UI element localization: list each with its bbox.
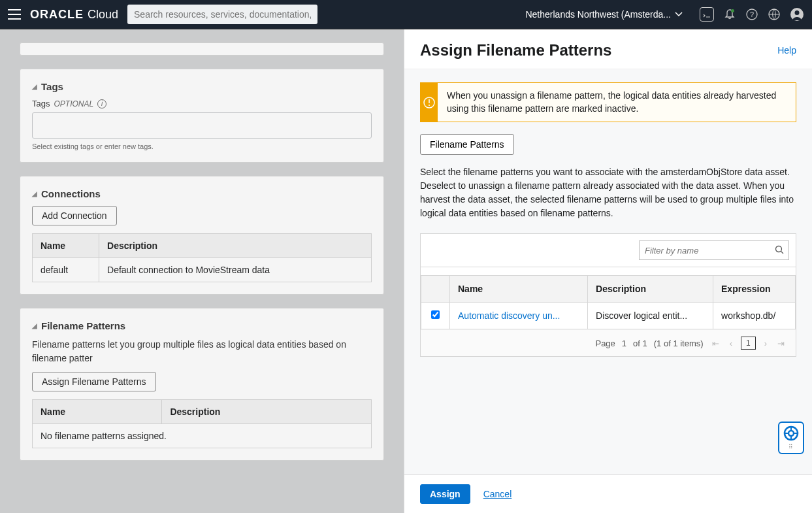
pager-first-button[interactable]: ⇤: [710, 339, 721, 348]
logo-bold: ORACLE: [30, 8, 84, 22]
main-content-dimmed: ◢Tags Tags OPTIONAL i Select existing ta…: [0, 29, 404, 513]
col-description: Description: [588, 276, 713, 303]
logo-light: Cloud: [88, 8, 118, 22]
page-items: (1 of 1 items): [654, 339, 704, 348]
connections-title: Connections: [41, 188, 101, 199]
panel-title: Assign Filename Patterns: [420, 41, 611, 59]
svg-point-9: [776, 246, 782, 252]
region-label: Netherlands Northwest (Amsterda...: [525, 9, 671, 20]
patterns-title: Filename Patterns: [41, 320, 125, 331]
svg-point-0: [731, 9, 734, 12]
page-current: 1: [622, 339, 626, 348]
collapse-icon[interactable]: ◢: [32, 83, 37, 90]
region-selector[interactable]: Netherlands Northwest (Amsterda...: [525, 9, 683, 20]
profile-icon[interactable]: [790, 7, 804, 22]
dev-tools-icon[interactable]: [700, 7, 714, 22]
assign-filename-patterns-panel: Assign Filename Patterns Help When you u…: [404, 29, 812, 513]
patterns-list-container: Name Description Expression Automatic di…: [420, 233, 796, 357]
col-description: Description: [99, 234, 372, 258]
svg-point-8: [429, 105, 430, 106]
pager-current-page: 1: [741, 337, 756, 350]
pagination-bar: Page 1 of 1 (1 of 1 items) ⇤ ‹ 1 › ⇥: [421, 329, 796, 356]
panel-description: Select the filename patterns you want to…: [420, 165, 796, 220]
filename-patterns-section: ◢Filename Patterns Filename patterns let…: [20, 308, 384, 461]
tags-title: Tags: [41, 81, 63, 92]
pager-last-button[interactable]: ⇥: [775, 339, 787, 348]
drag-dots-icon: ⠿: [788, 444, 794, 450]
page-of: of 1: [633, 339, 647, 348]
col-expression: Expression: [713, 276, 796, 303]
lifebuoy-icon: [783, 425, 799, 441]
assign-button[interactable]: Assign: [420, 484, 470, 504]
col-name: Name: [33, 234, 99, 258]
globe-icon[interactable]: [768, 8, 781, 21]
svg-text:?: ?: [750, 10, 754, 18]
pattern-name-link[interactable]: Automatic discovery un...: [458, 310, 560, 321]
chevron-down-icon: [675, 12, 683, 17]
top-actions: ?: [700, 7, 804, 22]
floating-help-button[interactable]: ⠿: [778, 422, 804, 454]
assign-filename-patterns-button[interactable]: Assign Filename Patterns: [32, 372, 156, 391]
col-name: Name: [450, 276, 588, 303]
menu-icon[interactable]: [8, 9, 21, 20]
help-link[interactable]: Help: [777, 45, 796, 56]
optional-label: OPTIONAL: [54, 99, 93, 108]
filename-patterns-button[interactable]: Filename Patterns: [420, 134, 514, 155]
connections-table: Name Description default Default connect…: [32, 233, 372, 282]
add-connection-button[interactable]: Add Connection: [32, 206, 117, 225]
notifications-icon[interactable]: [723, 8, 736, 21]
col-description: Description: [162, 400, 372, 424]
filter-by-name-input[interactable]: [639, 240, 789, 260]
alert-text: When you unassign a filename pattern, th…: [438, 83, 796, 122]
table-row: Automatic discovery un... Discover logic…: [421, 303, 796, 329]
col-name: Name: [33, 400, 162, 424]
global-search-input[interactable]: [127, 5, 317, 24]
table-row: default Default connection to MovieStrea…: [33, 258, 372, 282]
connections-section: ◢Connections Add Connection Name Descrip…: [20, 176, 384, 295]
search-wrapper: [127, 5, 317, 24]
tags-label: Tags: [32, 99, 50, 108]
cell-description: Default connection to MovieStream data: [99, 258, 372, 282]
tags-hint: Select existing tags or enter new tags.: [32, 142, 372, 150]
page-label: Page: [595, 339, 615, 348]
tags-section: ◢Tags Tags OPTIONAL i Select existing ta…: [20, 69, 384, 163]
svg-point-5: [795, 10, 800, 15]
pager-prev-button[interactable]: ‹: [728, 339, 734, 348]
patterns-selection-table: Name Description Expression Automatic di…: [421, 275, 796, 329]
tags-input[interactable]: [32, 112, 372, 139]
pattern-checkbox[interactable]: [431, 310, 440, 319]
pattern-expression: workshop.db/: [713, 303, 796, 329]
table-row: No filename patterns assigned.: [33, 424, 372, 448]
empty-message: No filename patterns assigned.: [33, 424, 372, 448]
collapse-icon[interactable]: ◢: [32, 190, 37, 197]
top-navigation-bar: ORACLE Cloud Netherlands Northwest (Amst…: [0, 0, 812, 29]
patterns-description: Filename patterns let you group multiple…: [32, 338, 372, 365]
svg-point-12: [788, 431, 794, 436]
search-icon[interactable]: [775, 245, 784, 254]
oracle-cloud-logo: ORACLE Cloud: [30, 8, 118, 22]
panel-footer: Assign Cancel: [404, 474, 812, 513]
svg-line-10: [781, 252, 784, 254]
info-icon[interactable]: i: [97, 99, 106, 108]
cell-name: default: [33, 258, 99, 282]
help-icon[interactable]: ?: [745, 8, 758, 21]
pager-next-button[interactable]: ›: [762, 339, 769, 348]
pattern-description: Discover logical entit...: [588, 303, 713, 329]
patterns-table: Name Description No filename patterns as…: [32, 399, 372, 448]
cancel-link[interactable]: Cancel: [483, 489, 512, 499]
warning-alert: When you unassign a filename pattern, th…: [420, 82, 796, 122]
collapse-icon[interactable]: ◢: [32, 322, 37, 329]
warning-icon: [421, 83, 438, 122]
